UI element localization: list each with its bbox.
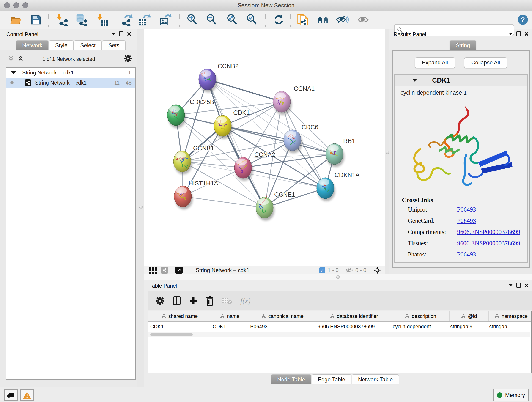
memory-button[interactable]: Memory xyxy=(493,389,529,401)
birdseye-view-icon[interactable] xyxy=(175,267,183,274)
column-header-namespace[interactable]: namespace xyxy=(489,311,532,321)
column-header-id[interactable]: @id xyxy=(450,311,489,321)
protein-expander-icon[interactable] xyxy=(412,79,417,82)
crosslink-label: GeneCard: xyxy=(408,217,457,224)
zoom-fit-content-icon[interactable] xyxy=(226,13,238,26)
column-header-name[interactable]: name xyxy=(211,311,249,321)
node-label: CCNA1 xyxy=(294,85,315,92)
node-CCNB1[interactable]: CCNB1 xyxy=(173,145,214,174)
expand-all-button[interactable]: Expand All xyxy=(415,57,455,68)
create-column-plus-icon[interactable] xyxy=(189,296,198,305)
column-type-icon xyxy=(220,314,225,319)
node-CCNB2[interactable]: CCNB2 xyxy=(199,63,239,92)
table-scrollbar-thumb[interactable] xyxy=(150,333,193,336)
crosslink-link[interactable]: P06493 xyxy=(457,206,476,213)
right-splitter-handle[interactable] xyxy=(386,151,389,154)
column-type-icon xyxy=(405,314,409,319)
cloud-status-icon[interactable] xyxy=(4,389,18,401)
table-row[interactable]: CDK1CDK1P064939606.ENSP00000378699cyclin… xyxy=(148,322,531,332)
hidden-elements-icon[interactable] xyxy=(345,268,353,273)
results-panel: Results Panel String Expand All Collapse… xyxy=(389,29,532,274)
warnings-icon[interactable] xyxy=(20,389,34,401)
horizontal-splitter-handle[interactable] xyxy=(336,275,340,279)
string-documents-icon[interactable] xyxy=(297,13,309,26)
tab-style[interactable]: Style xyxy=(49,40,74,50)
results-panel-menu-icon[interactable] xyxy=(509,32,513,35)
zoom-selected-icon[interactable] xyxy=(246,13,258,26)
eye-disabled-icon[interactable] xyxy=(357,13,370,26)
zoom-in-icon[interactable] xyxy=(186,13,198,26)
tab-node-table[interactable]: Node Table xyxy=(271,375,311,384)
node-CDKN1A[interactable]: CDKN1A xyxy=(317,172,360,201)
node-label: CCNE1 xyxy=(274,191,295,198)
zoom-out-icon[interactable] xyxy=(205,13,218,26)
refresh-view-icon[interactable] xyxy=(273,13,285,26)
table-options-gear-icon[interactable] xyxy=(156,296,165,305)
table-horizontal-scrollbar[interactable] xyxy=(148,332,530,337)
crosslink-link[interactable]: P06493 xyxy=(457,251,476,258)
right-splitter[interactable] xyxy=(385,29,389,274)
export-table-icon[interactable] xyxy=(138,13,151,26)
column-header-description[interactable]: description xyxy=(392,311,450,321)
tab-network[interactable]: Network xyxy=(16,40,49,50)
export-network-icon[interactable] xyxy=(121,13,133,26)
left-splitter-handle[interactable] xyxy=(139,206,143,209)
selected-nodes-checkbox[interactable]: ✓ xyxy=(319,267,325,274)
horizontal-splitter[interactable] xyxy=(144,274,532,280)
crosslink-link[interactable]: 9606.ENSP00000378699 xyxy=(457,240,520,247)
column-header-shared-name[interactable]: shared name xyxy=(148,311,211,321)
results-panel-float-icon[interactable] xyxy=(516,32,521,36)
show-columns-icon[interactable] xyxy=(173,296,181,306)
tab-edge-table[interactable]: Edge Table xyxy=(312,375,351,384)
application-window: Session: New Session xyxy=(0,0,532,402)
tab-select[interactable]: Select xyxy=(74,40,102,50)
left-splitter[interactable] xyxy=(138,29,144,387)
node-HIST1H1A[interactable]: HIST1H1A xyxy=(174,180,218,210)
crosslink-link[interactable]: 9606.ENSP00000378699 xyxy=(457,229,520,236)
node-RB1[interactable]: RB1 xyxy=(326,138,355,167)
eye-visible-icon[interactable] xyxy=(336,13,349,26)
network-list: String Network – cdk1 1 String Network –… xyxy=(6,67,136,380)
collection-expander-icon[interactable] xyxy=(11,71,16,74)
node-CCNE1[interactable]: CCNE1 xyxy=(256,191,295,221)
open-session-icon[interactable] xyxy=(10,13,22,26)
import-network-from-database-icon[interactable] xyxy=(75,13,88,26)
table-panel-close-icon[interactable] xyxy=(525,283,529,287)
pan-crosshair-icon[interactable] xyxy=(373,266,382,274)
network-options-gear-icon[interactable] xyxy=(124,54,132,63)
import-network-from-file-icon[interactable] xyxy=(56,13,68,26)
table-panel-float-icon[interactable] xyxy=(516,283,521,288)
crosslink-label: Pharos: xyxy=(408,251,457,258)
network-canvas[interactable]: CCNB2CCNA1CDC25BCDK1CDC6RB1CCNB1CCNA2CDK… xyxy=(144,29,385,266)
table-panel-menu-icon[interactable] xyxy=(509,284,513,287)
delete-column-trash-icon[interactable] xyxy=(206,296,214,306)
column-header-canonical-name[interactable]: canonical name xyxy=(249,311,317,321)
results-panel-close-icon[interactable] xyxy=(525,32,529,36)
node-gloss xyxy=(275,93,286,99)
column-type-icon xyxy=(261,314,266,319)
control-panel-menu-icon[interactable] xyxy=(111,32,115,35)
node-gloss xyxy=(236,159,247,165)
home-icon[interactable] xyxy=(317,13,329,26)
column-header-database-identifier[interactable]: database identifier xyxy=(317,311,392,321)
network-thumbnail-icon[interactable] xyxy=(161,267,168,274)
network-row[interactable]: String Network – cdk1 11 48 xyxy=(6,78,135,88)
import-table-from-file-icon[interactable] xyxy=(96,13,109,26)
grid-view-icon[interactable] xyxy=(149,267,157,274)
tab-sets[interactable]: Sets xyxy=(102,40,126,50)
network-view-toolbar: String Network – cdk1 ✓ 1 - 0 0 - 0 xyxy=(144,266,385,274)
crosslink-link[interactable]: P06493 xyxy=(457,217,476,224)
collapse-all-button[interactable]: Collapse All xyxy=(464,57,507,68)
network-collection-row[interactable]: String Network – cdk1 1 xyxy=(6,68,135,78)
export-image-icon[interactable] xyxy=(159,13,172,26)
save-session-icon[interactable] xyxy=(30,13,42,26)
tab-network-table[interactable]: Network Table xyxy=(352,375,399,384)
protein-section-header[interactable]: CDK1 xyxy=(394,75,527,86)
protein-name: CDK1 xyxy=(432,77,450,84)
control-panel-float-icon[interactable] xyxy=(119,32,123,36)
tab-string[interactable]: String xyxy=(450,40,476,50)
control-panel-close-icon[interactable] xyxy=(127,32,131,36)
node-CCNA1[interactable]: CCNA1 xyxy=(273,85,315,115)
help-icon[interactable]: ? xyxy=(517,13,529,26)
table-cell: cyclin-dependent ... xyxy=(391,322,448,332)
